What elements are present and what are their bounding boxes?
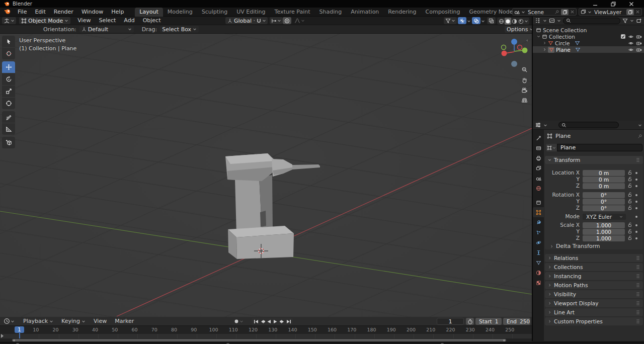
tab-shading[interactable]: Shading: [315, 8, 347, 17]
scale-tool[interactable]: [2, 85, 15, 97]
disable-render-camera-icon[interactable]: [636, 40, 642, 46]
tab-animation[interactable]: Animation: [346, 8, 383, 17]
snap-target-button[interactable]: [270, 17, 283, 24]
checkbox-icon[interactable]: [620, 34, 626, 39]
lock-icon[interactable]: [628, 205, 633, 210]
frame-end-field[interactable]: End 250: [503, 318, 530, 325]
new-viewlayer-button[interactable]: [626, 9, 634, 15]
drag-handle-icon[interactable]: [636, 283, 640, 288]
menu-view[interactable]: View: [73, 16, 95, 25]
rotate-tool[interactable]: [2, 73, 15, 85]
drag-handle-icon[interactable]: [636, 310, 640, 315]
gizmo-x-neg-axis[interactable]: [518, 45, 522, 50]
tab-physics[interactable]: [533, 237, 544, 247]
drag-handle-icon[interactable]: [636, 292, 640, 297]
collapse-arrow-icon[interactable]: [543, 48, 546, 51]
tab-scene[interactable]: [533, 173, 544, 183]
location-x-field[interactable]: 0 m: [583, 170, 625, 176]
tab-render[interactable]: [533, 143, 544, 153]
object-name-field[interactable]: Plane: [557, 144, 642, 151]
pin-icon[interactable]: [554, 10, 559, 15]
show-overlays-button[interactable]: [472, 17, 480, 24]
timeline-scrollbar[interactable]: [0, 338, 532, 342]
playhead-line[interactable]: [19, 332, 20, 338]
scrollbar-handle-left[interactable]: [13, 339, 15, 341]
proportional-editing-button[interactable]: [283, 17, 291, 24]
panel-custom-properties[interactable]: Custom Properties: [545, 317, 643, 325]
toggle-xray-button[interactable]: [487, 17, 496, 24]
lock-icon[interactable]: [628, 170, 633, 175]
chevron-down-icon[interactable]: [638, 123, 642, 127]
animate-dot[interactable]: [635, 207, 637, 209]
tab-particles[interactable]: [533, 227, 544, 237]
jump-to-end-button[interactable]: [285, 318, 292, 325]
remove-viewlayer-icon[interactable]: [635, 10, 640, 14]
current-frame-field[interactable]: 1: [437, 318, 464, 325]
display-mode-icon[interactable]: [549, 18, 555, 24]
menu-help[interactable]: Help: [107, 8, 128, 17]
animate-dot[interactable]: [635, 231, 637, 233]
menu-select[interactable]: Select: [95, 16, 120, 25]
frame-start-field[interactable]: Start 1: [475, 318, 502, 325]
editor-type-button[interactable]: [2, 17, 16, 24]
tab-tool[interactable]: [533, 133, 544, 143]
zoom-view-button[interactable]: [520, 65, 529, 74]
menu-window[interactable]: Window: [77, 8, 107, 17]
properties-editor-icon[interactable]: [535, 122, 541, 128]
scale-x-field[interactable]: 1.000: [583, 222, 625, 228]
jump-to-start-button[interactable]: [253, 318, 259, 325]
close-button[interactable]: [629, 2, 634, 7]
drag-handle-icon[interactable]: [636, 255, 640, 261]
panel-collections[interactable]: Collections: [545, 263, 643, 271]
gizmo-z-neg-axis[interactable]: [511, 61, 517, 67]
chevron-down-icon[interactable]: [481, 19, 485, 23]
animate-dot[interactable]: [635, 194, 637, 196]
pin-icon[interactable]: [637, 134, 642, 139]
lock-icon[interactable]: [628, 177, 633, 182]
drag-handle-icon[interactable]: [636, 265, 640, 270]
chevron-down-icon[interactable]: [524, 19, 528, 23]
filter-icon[interactable]: [622, 18, 628, 24]
auto-keying-button[interactable]: [232, 318, 245, 325]
menu-file[interactable]: File: [14, 8, 31, 17]
panel-line-art[interactable]: Line Art: [545, 308, 643, 316]
lock-icon[interactable]: [628, 235, 633, 240]
outliner-search-input[interactable]: [563, 18, 620, 24]
shading-material-button[interactable]: [511, 18, 518, 25]
lock-icon[interactable]: [628, 199, 633, 204]
snap-toggle-button[interactable]: [255, 17, 268, 24]
rotation-y-field[interactable]: 0°: [583, 199, 625, 205]
panel-visibility[interactable]: Visibility: [545, 290, 643, 298]
gizmo-z-axis[interactable]: [511, 39, 517, 45]
panel-motion-paths[interactable]: Motion Paths: [545, 281, 643, 289]
navigation-gizmo[interactable]: [501, 36, 529, 67]
hide-eye-icon[interactable]: [628, 34, 634, 40]
scrollbar-thumb[interactable]: [12, 339, 506, 341]
scene-selector[interactable]: Scene: [512, 8, 577, 16]
animate-dot[interactable]: [635, 185, 637, 187]
disable-render-camera-icon[interactable]: [636, 47, 642, 53]
lock-icon[interactable]: [628, 222, 633, 227]
play-button[interactable]: [272, 318, 279, 325]
cursor-tool[interactable]: [2, 48, 15, 59]
location-y-field[interactable]: 0 m: [583, 177, 625, 183]
camera-view-button[interactable]: [520, 85, 529, 95]
tab-output[interactable]: [533, 153, 544, 163]
options-button[interactable]: Options: [505, 26, 535, 33]
lock-icon[interactable]: [628, 192, 633, 197]
blender-menu-button[interactable]: [0, 8, 14, 16]
tab-rendering[interactable]: Rendering: [383, 8, 421, 17]
transform-tool[interactable]: [2, 98, 15, 109]
select-box-tool[interactable]: [2, 36, 15, 47]
lock-icon[interactable]: [628, 183, 633, 188]
scale-z-field[interactable]: 1.000: [583, 235, 625, 241]
tab-collection[interactable]: [533, 197, 544, 207]
animate-dot[interactable]: [635, 237, 637, 239]
toggle-orthographic-button[interactable]: [520, 96, 529, 105]
outliner-row-circle[interactable]: Circle: [533, 40, 644, 46]
tab-view-layer[interactable]: [533, 163, 544, 173]
object-id-dropdown[interactable]: [546, 144, 557, 151]
scrollbar-handle-right[interactable]: [503, 339, 505, 341]
shading-solid-button[interactable]: [505, 18, 511, 25]
drag-dropdown[interactable]: Select Box: [160, 26, 199, 33]
